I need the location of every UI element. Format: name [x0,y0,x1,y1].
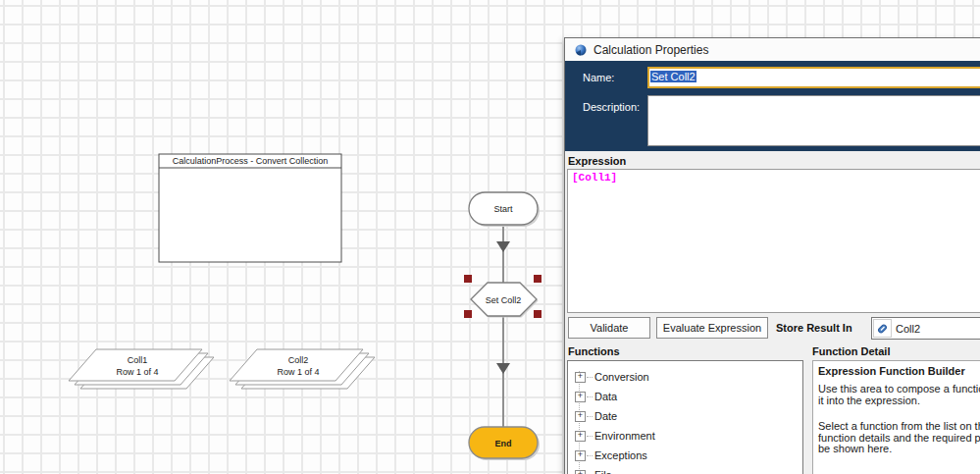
collection-name: Coll2 [288,355,309,365]
calculation-stage-label: Set Coll2 [486,295,522,305]
description-label: Description: [583,101,640,113]
function-detail-panel: Expression Function Builder Use this are… [812,360,980,474]
store-result-in-label: Store Result In [776,322,852,334]
collection-name: Coll1 [128,355,148,365]
dialog-header-panel: Name: Set Coll2 Description: [565,61,980,151]
function-detail-title: Expression Function Builder [818,365,980,377]
validate-button[interactable]: Validate [568,317,650,339]
functions-tree[interactable]: Conversion Data Date Environment Excepti… [567,360,803,474]
dialog-title: Calculation Properties [593,43,708,57]
process-info-title: CalculationProcess - Convert Collection [173,156,329,166]
selection-handle[interactable] [534,310,542,318]
collection-row-info: Row 1 of 4 [277,367,319,377]
expression-label: Expression [568,155,626,167]
collection-coll2[interactable]: Coll2 Row 1 of 4 [230,349,375,389]
store-result-in-input[interactable]: Coll2 [871,317,980,340]
selection-handle[interactable] [464,310,472,318]
description-input[interactable] [647,95,980,146]
process-info-box[interactable]: CalculationProcess - Convert Collection [159,154,341,262]
start-stage[interactable]: Start [469,192,540,227]
name-input-selected-text: Set Coll2 [650,71,696,82]
expression-value: [Coll1] [568,170,980,185]
evaluate-expression-button[interactable]: Evaluate Expression [656,317,768,339]
end-stage[interactable]: End [469,427,540,460]
tree-item-exceptions[interactable]: Exceptions [568,446,802,465]
tree-item-environment[interactable]: Environment [568,426,802,446]
functions-label: Functions [568,345,620,357]
calculation-properties-icon [574,43,588,57]
tree-item-file[interactable]: File [568,465,802,474]
arrowhead-icon [496,241,510,252]
name-input[interactable]: Set Coll2 [647,67,980,88]
expand-plus-icon[interactable] [575,470,586,474]
selection-handle[interactable] [534,275,542,283]
dialog-titlebar[interactable]: Calculation Properties [565,38,980,61]
flow-arrow-start-to-calc[interactable] [496,225,510,283]
data-item-icon [873,319,892,338]
calculation-properties-dialog: Calculation Properties Name: Set Coll2 D… [564,37,980,474]
selection-handle[interactable] [464,275,472,283]
function-detail-label: Function Detail [812,345,890,357]
flow-arrow-calc-to-end[interactable] [496,316,510,427]
tree-item-conversion[interactable]: Conversion [568,367,802,387]
expand-plus-icon[interactable] [575,372,586,383]
expression-input[interactable]: [Coll1] [567,169,980,313]
expand-plus-icon[interactable] [575,450,586,461]
arrowhead-icon [496,363,510,374]
tree-item-date[interactable]: Date [568,406,802,426]
name-label: Name: [583,72,614,83]
expand-plus-icon[interactable] [575,431,586,442]
expand-plus-icon[interactable] [575,392,586,402]
tree-item-data[interactable]: Data [568,387,802,406]
expand-plus-icon[interactable] [575,411,586,422]
store-result-value: Coll2 [896,323,920,335]
process-studio-screen: CalculationProcess - Convert Collection … [0,0,980,474]
collection-coll1[interactable]: Coll1 Row 1 of 4 [69,349,214,389]
collection-row-info: Row 1 of 4 [116,367,158,377]
start-stage-label: Start [493,204,513,214]
end-stage-label: End [495,439,512,448]
